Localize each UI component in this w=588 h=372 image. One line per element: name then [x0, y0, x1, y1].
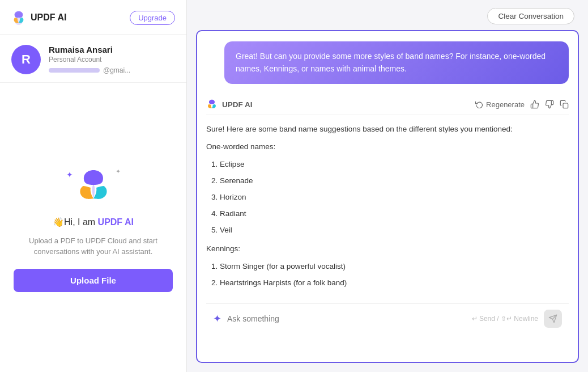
chat-panel: Clear Conversation Great! But can you pr…: [187, 0, 588, 372]
list-item: Horizon: [220, 191, 569, 204]
upload-button[interactable]: Upload File: [14, 269, 173, 292]
ai-response-body: Sure! Here are some band name suggestion…: [206, 115, 569, 303]
list-item: Storm Singer (for a powerful vocalist): [220, 260, 569, 273]
copy-icon: [560, 100, 569, 109]
sidebar-description: Upload a PDF to UPDF Cloud and start con…: [29, 235, 157, 257]
updf-logo-icon: [11, 10, 26, 25]
list-item: Heartstrings Harpists (for a folk band): [220, 277, 569, 290]
email-suffix: @gmai...: [103, 66, 130, 74]
email-redacted: [49, 68, 100, 73]
chat-content: Great! But can you provide some more sty…: [196, 30, 579, 363]
one-worded-header: One-worded names:: [206, 141, 569, 154]
updf-logo-large: ✦ ✦: [71, 163, 116, 209]
chat-input-area: ✦ ↵ Send / ⇧↵ Newline: [206, 303, 569, 333]
avatar: R: [11, 45, 41, 74]
copy-button[interactable]: [560, 100, 569, 109]
app-title: UPDF AI: [31, 12, 66, 23]
user-message-text: Great! But can you provide some more sty…: [236, 52, 546, 73]
svg-rect-0: [563, 103, 568, 108]
user-card: R Rumaisa Ansari Personal Account @gmai.…: [0, 35, 186, 83]
regenerate-label: Regenerate: [486, 100, 525, 109]
brand-name: UPDF AI: [98, 217, 134, 227]
clear-conversation-button[interactable]: Clear Conversation: [487, 8, 574, 24]
thumbs-up-icon: [530, 100, 539, 109]
greeting-prefix: 👋Hi, I am: [53, 217, 98, 227]
upgrade-button[interactable]: Upgrade: [130, 11, 175, 25]
sidebar: UPDF AI Upgrade R Rumaisa Ansari Persona…: [0, 0, 187, 372]
regenerate-icon: [475, 100, 483, 108]
input-hint: ↵ Send / ⇧↵ Newline: [472, 315, 538, 323]
ai-label-area: UPDF AI: [206, 99, 253, 110]
sidebar-header: UPDF AI Upgrade: [0, 0, 186, 35]
list-item: Veil: [220, 224, 569, 237]
chat-top-bar: Clear Conversation: [187, 0, 588, 30]
ai-label-text: UPDF AI: [222, 100, 253, 109]
logo-area: UPDF AI: [11, 10, 66, 25]
spark-icon: ✦: [213, 312, 221, 325]
ai-actions: Regenerate: [475, 100, 569, 109]
ai-response-intro: Sure! Here are some band name suggestion…: [206, 123, 569, 136]
user-account-type: Personal Account: [49, 56, 130, 64]
send-button[interactable]: [544, 310, 562, 328]
sparkle-right-icon: ✦: [116, 168, 121, 175]
list-item: Radiant: [220, 208, 569, 221]
updf-large-logo-icon: [74, 167, 113, 205]
thumbs-down-icon: [545, 100, 554, 109]
thumbs-up-button[interactable]: [530, 100, 539, 109]
user-email-area: @gmai...: [49, 66, 130, 74]
user-info: Rumaisa Ansari Personal Account @gmai...: [49, 45, 130, 74]
user-name: Rumaisa Ansari: [49, 45, 130, 54]
regenerate-button[interactable]: Regenerate: [475, 100, 525, 109]
thumbs-down-button[interactable]: [545, 100, 554, 109]
send-icon: [548, 314, 557, 323]
chat-input[interactable]: [227, 314, 466, 323]
list-item: Eclipse: [220, 158, 569, 171]
sidebar-welcome: ✦ ✦ 👋Hi, I am UPDF AI Upload a PDF to UP…: [0, 83, 186, 372]
greeting-text: 👋Hi, I am UPDF AI: [53, 217, 134, 227]
kennings-header: Kennings:: [206, 243, 569, 256]
kennings-list: Storm Singer (for a powerful vocalist) H…: [206, 260, 569, 290]
ai-message-header: UPDF AI Regenerate: [206, 92, 569, 115]
bottom-spacer: [187, 363, 588, 372]
user-message-bubble: Great! But can you provide some more sty…: [224, 41, 569, 84]
sparkle-left-icon: ✦: [66, 170, 73, 179]
ai-logo-icon: [206, 99, 218, 110]
list-item: Serenade: [220, 175, 569, 188]
one-worded-list: Eclipse Serenade Horizon Radiant Veil: [206, 158, 569, 237]
